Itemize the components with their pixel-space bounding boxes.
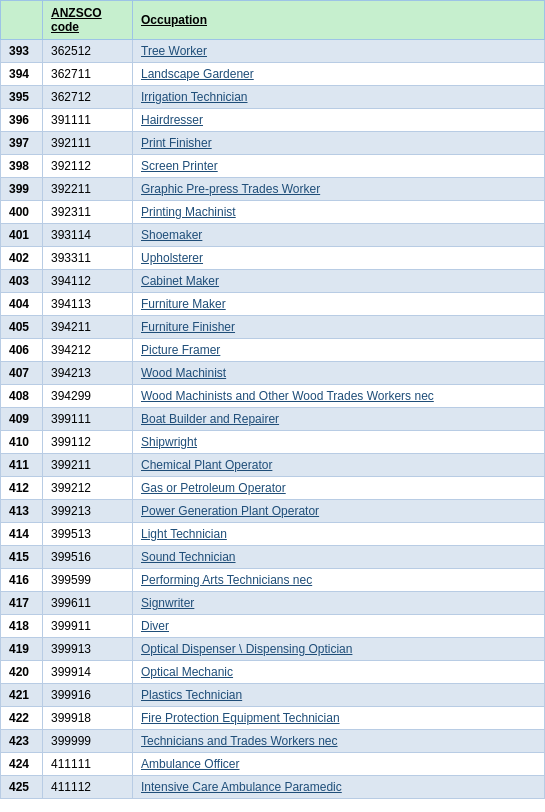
cell-code: 399211 — [43, 454, 133, 477]
table-row: 421399916Plastics Technician — [1, 684, 545, 707]
cell-occupation[interactable]: Upholsterer — [133, 247, 545, 270]
cell-num: 417 — [1, 592, 43, 615]
cell-occupation[interactable]: Hairdresser — [133, 109, 545, 132]
cell-occupation[interactable]: Chemical Plant Operator — [133, 454, 545, 477]
cell-occupation[interactable]: Picture Framer — [133, 339, 545, 362]
cell-occupation[interactable]: Technicians and Trades Workers nec — [133, 730, 545, 753]
table-row: 415399516Sound Technician — [1, 546, 545, 569]
cell-occupation[interactable]: Wood Machinist — [133, 362, 545, 385]
cell-occupation[interactable]: Ambulance Officer — [133, 753, 545, 776]
cell-occupation[interactable]: Irrigation Technician — [133, 86, 545, 109]
cell-num: 415 — [1, 546, 43, 569]
cell-num: 409 — [1, 408, 43, 431]
table-row: 404394113Furniture Maker — [1, 293, 545, 316]
cell-code: 399213 — [43, 500, 133, 523]
table-row: 416399599Performing Arts Technicians nec — [1, 569, 545, 592]
cell-occupation[interactable]: Power Generation Plant Operator — [133, 500, 545, 523]
cell-num: 396 — [1, 109, 43, 132]
cell-num: 394 — [1, 63, 43, 86]
cell-code: 411112 — [43, 776, 133, 799]
cell-num: 418 — [1, 615, 43, 638]
cell-occupation[interactable]: Optical Dispenser \ Dispensing Optician — [133, 638, 545, 661]
cell-code: 362512 — [43, 40, 133, 63]
cell-code: 399999 — [43, 730, 133, 753]
cell-num: 407 — [1, 362, 43, 385]
cell-num: 413 — [1, 500, 43, 523]
table-row: 401393114Shoemaker — [1, 224, 545, 247]
col-header-num — [1, 1, 43, 40]
cell-code: 399918 — [43, 707, 133, 730]
cell-occupation[interactable]: Furniture Finisher — [133, 316, 545, 339]
cell-occupation[interactable]: Fire Protection Equipment Technician — [133, 707, 545, 730]
cell-code: 391111 — [43, 109, 133, 132]
table-row: 394362711Landscape Gardener — [1, 63, 545, 86]
table-body: 393362512Tree Worker394362711Landscape G… — [1, 40, 545, 799]
cell-occupation[interactable]: Optical Mechanic — [133, 661, 545, 684]
cell-occupation[interactable]: Gas or Petroleum Operator — [133, 477, 545, 500]
cell-num: 412 — [1, 477, 43, 500]
cell-code: 393114 — [43, 224, 133, 247]
cell-code: 392112 — [43, 155, 133, 178]
cell-occupation[interactable]: Light Technician — [133, 523, 545, 546]
cell-occupation[interactable]: Tree Worker — [133, 40, 545, 63]
col-header-occupation[interactable]: Occupation — [133, 1, 545, 40]
table-row: 395362712Irrigation Technician — [1, 86, 545, 109]
cell-num: 424 — [1, 753, 43, 776]
cell-code: 399111 — [43, 408, 133, 431]
cell-code: 362711 — [43, 63, 133, 86]
cell-occupation[interactable]: Landscape Gardener — [133, 63, 545, 86]
table-row: 418399911Diver — [1, 615, 545, 638]
cell-num: 411 — [1, 454, 43, 477]
cell-occupation[interactable]: Graphic Pre-press Trades Worker — [133, 178, 545, 201]
table-row: 399392211Graphic Pre-press Trades Worker — [1, 178, 545, 201]
table-row: 396391111Hairdresser — [1, 109, 545, 132]
cell-occupation[interactable]: Performing Arts Technicians nec — [133, 569, 545, 592]
table-row: 424411111Ambulance Officer — [1, 753, 545, 776]
cell-code: 411111 — [43, 753, 133, 776]
cell-code: 399212 — [43, 477, 133, 500]
table-row: 417399611Signwriter — [1, 592, 545, 615]
cell-code: 399112 — [43, 431, 133, 454]
col-header-code[interactable]: ANZSCO code — [43, 1, 133, 40]
cell-code: 392111 — [43, 132, 133, 155]
cell-occupation[interactable]: Printing Machinist — [133, 201, 545, 224]
cell-occupation[interactable]: Diver — [133, 615, 545, 638]
cell-occupation[interactable]: Intensive Care Ambulance Paramedic — [133, 776, 545, 799]
cell-occupation[interactable]: Furniture Maker — [133, 293, 545, 316]
cell-num: 405 — [1, 316, 43, 339]
table-row: 407394213Wood Machinist — [1, 362, 545, 385]
cell-num: 402 — [1, 247, 43, 270]
cell-code: 392311 — [43, 201, 133, 224]
cell-num: 420 — [1, 661, 43, 684]
cell-occupation[interactable]: Cabinet Maker — [133, 270, 545, 293]
cell-num: 397 — [1, 132, 43, 155]
cell-occupation[interactable]: Wood Machinists and Other Wood Trades Wo… — [133, 385, 545, 408]
cell-occupation[interactable]: Screen Printer — [133, 155, 545, 178]
cell-occupation[interactable]: Shipwright — [133, 431, 545, 454]
cell-occupation[interactable]: Boat Builder and Repairer — [133, 408, 545, 431]
table-row: 420399914Optical Mechanic — [1, 661, 545, 684]
cell-occupation[interactable]: Print Finisher — [133, 132, 545, 155]
cell-code: 362712 — [43, 86, 133, 109]
table-row: 403394112Cabinet Maker — [1, 270, 545, 293]
cell-code: 394113 — [43, 293, 133, 316]
cell-occupation[interactable]: Signwriter — [133, 592, 545, 615]
table-row: 422399918Fire Protection Equipment Techn… — [1, 707, 545, 730]
table-row: 393362512Tree Worker — [1, 40, 545, 63]
cell-num: 423 — [1, 730, 43, 753]
table-row: 412399212Gas or Petroleum Operator — [1, 477, 545, 500]
cell-code: 399913 — [43, 638, 133, 661]
cell-occupation[interactable]: Sound Technician — [133, 546, 545, 569]
cell-num: 395 — [1, 86, 43, 109]
cell-occupation[interactable]: Plastics Technician — [133, 684, 545, 707]
table-row: 423399999Technicians and Trades Workers … — [1, 730, 545, 753]
cell-code: 394211 — [43, 316, 133, 339]
cell-num: 421 — [1, 684, 43, 707]
occupation-table: ANZSCO code Occupation 393362512Tree Wor… — [0, 0, 545, 799]
cell-occupation[interactable]: Shoemaker — [133, 224, 545, 247]
table-header-row: ANZSCO code Occupation — [1, 1, 545, 40]
cell-num: 398 — [1, 155, 43, 178]
table-row: 406394212Picture Framer — [1, 339, 545, 362]
cell-code: 399611 — [43, 592, 133, 615]
cell-num: 425 — [1, 776, 43, 799]
